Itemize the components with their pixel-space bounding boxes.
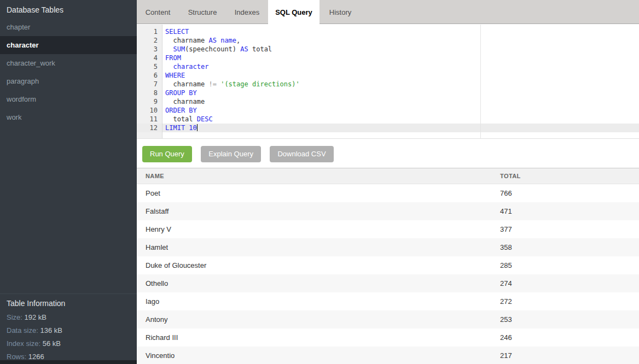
table-row[interactable]: Iago272: [137, 292, 639, 310]
code-line-row[interactable]: 3 SUM(speechcount) AS total: [137, 45, 639, 54]
sidebar-item-chapter[interactable]: chapter: [0, 18, 137, 36]
download-csv-button[interactable]: Download CSV: [270, 146, 333, 162]
tab-history[interactable]: History: [320, 0, 361, 24]
code-line-text: charname AS name,: [165, 36, 240, 45]
code-line-text: SELECT: [165, 27, 189, 36]
code-line-text: character: [165, 62, 208, 71]
code-token: SELECT: [165, 28, 189, 36]
sidebar-title: Database Tables: [0, 0, 137, 18]
code-line-row[interactable]: 10ORDER BY: [137, 106, 639, 115]
table-info-title: Table Information: [7, 299, 130, 308]
tab-indexes[interactable]: Indexes: [226, 0, 268, 24]
sidebar-item-work[interactable]: work: [0, 108, 137, 126]
table-row[interactable]: Othello274: [137, 274, 639, 292]
line-number: 4: [137, 54, 158, 62]
code-token: FROM: [165, 54, 181, 62]
sidebar-item-character[interactable]: character: [0, 36, 137, 54]
editor-vertical-divider: [480, 25, 481, 138]
table-list: chaptercharactercharacter_workparagraphw…: [0, 18, 137, 126]
results-table: NAME TOTAL Poet766Falstaff471Henry V377H…: [137, 168, 639, 364]
code-token: GROUP BY: [165, 89, 197, 97]
code-token: (speechcount): [185, 45, 240, 53]
code-line-text: GROUP BY: [165, 89, 197, 97]
line-number: 6: [137, 71, 158, 80]
run-query-button[interactable]: Run Query: [142, 146, 192, 162]
cell-name: Richard III: [146, 328, 178, 347]
info-value: 56 kB: [43, 339, 61, 348]
code-line-row[interactable]: 12LIMIT 10: [137, 124, 639, 132]
code-line-row[interactable]: 7 charname != '(stage directions)': [137, 80, 639, 89]
info-row-size-: Size: 192 kB: [7, 311, 130, 324]
table-info-panel: Table Information Size: 192 kBData size:…: [0, 293, 137, 360]
code-line-row[interactable]: 8GROUP BY: [137, 89, 639, 97]
code-line-row[interactable]: 9 charname: [137, 97, 639, 106]
line-number: 8: [137, 89, 158, 97]
line-number: 10: [137, 106, 158, 115]
main-panel: ContentStructureIndexesSQL QueryHistory …: [137, 0, 639, 364]
code-token: WHERE: [165, 72, 185, 79]
sidebar-item-wordform[interactable]: wordform: [0, 90, 137, 108]
code-token: total: [165, 115, 197, 123]
cell-total: 246: [500, 328, 512, 347]
cell-total: 217: [500, 347, 512, 364]
cell-name: Antony: [146, 310, 167, 328]
cell-total: 285: [500, 256, 512, 274]
cell-total: 272: [500, 292, 512, 310]
code-line-row[interactable]: 6WHERE: [137, 71, 639, 80]
cell-name: Hamlet: [146, 238, 168, 256]
code-line-row[interactable]: 4FROM: [137, 54, 639, 62]
code-line-text: LIMIT 10: [165, 124, 197, 132]
code-token: '(stage directions)': [220, 80, 300, 88]
tab-sql-query[interactable]: SQL Query: [268, 0, 320, 25]
results-header: NAME TOTAL: [137, 168, 639, 184]
code-token: ,: [236, 37, 240, 44]
table-row[interactable]: Richard III246: [137, 328, 639, 347]
code-token: DESC: [197, 115, 213, 123]
table-row[interactable]: Antony253: [137, 310, 639, 328]
code-line-text: WHERE: [165, 71, 185, 80]
sidebar-item-character-work[interactable]: character_work: [0, 54, 137, 72]
code-line-text: charname: [165, 97, 205, 106]
table-row[interactable]: Hamlet358: [137, 238, 639, 256]
table-row[interactable]: Henry V377: [137, 220, 639, 238]
code-token: character: [173, 63, 208, 71]
sidebar-bottom-strip: [0, 360, 137, 364]
code-token: SUM: [173, 45, 185, 53]
sql-editor[interactable]: 1SELECT2 charname AS name,3 SUM(speechco…: [137, 25, 639, 139]
column-header-total: TOTAL: [500, 168, 521, 184]
code-line-text: SUM(speechcount) AS total: [165, 45, 272, 54]
line-number: 5: [137, 62, 158, 71]
code-line-row[interactable]: 2 charname AS name,: [137, 36, 639, 45]
tab-content[interactable]: Content: [137, 0, 179, 24]
cell-total: 358: [500, 238, 512, 256]
info-value: 1266: [28, 353, 44, 361]
tab-structure[interactable]: Structure: [179, 0, 226, 24]
cell-name: Othello: [146, 274, 168, 292]
sidebar-item-paragraph[interactable]: paragraph: [0, 72, 137, 90]
info-row-data-size-: Data size: 136 kB: [7, 324, 130, 337]
code-line-text: FROM: [165, 54, 181, 62]
info-label: Data size:: [7, 326, 40, 334]
table-row[interactable]: Duke of Gloucester285: [137, 256, 639, 274]
info-row-index-size-: Index size: 56 kB: [7, 337, 130, 350]
code-line-row[interactable]: 11 total DESC: [137, 115, 639, 124]
code-token: !=: [208, 80, 216, 88]
line-number: 11: [137, 115, 158, 124]
line-number: 2: [137, 36, 158, 45]
table-row[interactable]: Falstaff471: [137, 202, 639, 220]
info-label: Rows:: [7, 353, 28, 361]
code-line-text: charname != '(stage directions)': [165, 80, 300, 89]
table-row[interactable]: Vincentio217: [137, 347, 639, 364]
table-row[interactable]: Poet766: [137, 184, 639, 202]
info-label: Index size:: [7, 339, 43, 348]
table-info-rows: Size: 192 kBData size: 136 kBIndex size:…: [7, 311, 130, 363]
gutter-divider: [162, 25, 162, 138]
explain-query-button[interactable]: Explain Query: [201, 146, 261, 162]
info-value: 136 kB: [40, 326, 62, 334]
code-line-row[interactable]: 1SELECT: [137, 27, 639, 36]
code-token: name: [220, 37, 236, 44]
code-line-row[interactable]: 5 character: [137, 62, 639, 71]
result-rows: Poet766Falstaff471Henry V377Hamlet358Duk…: [137, 184, 639, 364]
cell-name: Poet: [146, 184, 160, 202]
line-number: 9: [137, 97, 158, 106]
